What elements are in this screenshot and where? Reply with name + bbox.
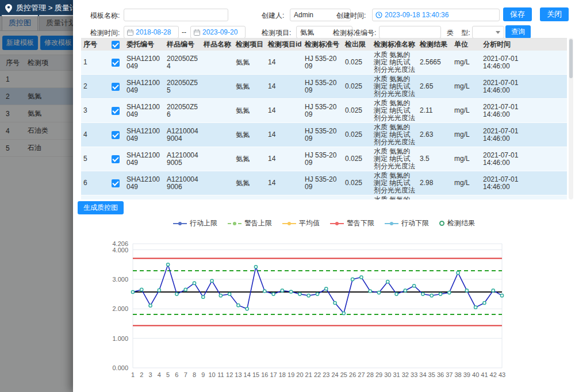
row-checkbox[interactable]: [112, 179, 120, 187]
legend-item[interactable]: 平均值: [282, 218, 320, 228]
legend-item[interactable]: 行动上限: [173, 218, 217, 228]
table-scrollbar[interactable]: [569, 38, 573, 199]
legend-label: 检测结果: [447, 218, 475, 228]
query-button[interactable]: 查询: [505, 25, 531, 39]
legend-item[interactable]: 警告上限: [228, 218, 272, 228]
modal-dim-overlay: [0, 16, 73, 392]
svg-text:17: 17: [270, 371, 277, 378]
cell-standard-name: 水质 氨氮的测定 纳氏试剂分光光度法: [371, 123, 417, 147]
svg-text:26: 26: [349, 371, 356, 378]
detect-time-to-input[interactable]: [202, 28, 242, 36]
header-checkbox-cell: [109, 39, 124, 51]
table-row: 3SHA12100049202050Z56氨氮14HJ 535-20090.02…: [81, 99, 567, 123]
header-no: 序号: [81, 39, 109, 51]
cell-unit: mg/L: [452, 171, 481, 195]
svg-text:21: 21: [305, 371, 312, 378]
cell-sample-no: A12100049006: [164, 171, 201, 195]
create-time-field[interactable]: [372, 9, 500, 21]
svg-text:36: 36: [437, 371, 444, 378]
svg-text:23: 23: [323, 371, 329, 378]
row-checkbox[interactable]: [112, 155, 120, 163]
cell-standard-name: 水质 氨氮的测定 纳氏试剂分光光度法: [371, 75, 417, 99]
cell-standard-no: HJ 535-2009: [302, 171, 343, 195]
cell-consign-no: SHA12100049: [124, 123, 164, 147]
svg-text:16: 16: [261, 371, 268, 378]
legend-item[interactable]: 行动下限: [385, 218, 429, 228]
cell-unit: [452, 195, 481, 200]
detect-time-from-field[interactable]: [124, 26, 179, 39]
cell-detect-item: 氨氮: [233, 75, 266, 99]
legend-marker-icon: [173, 223, 187, 224]
cell-consign-no: SHA12100049: [124, 51, 164, 75]
header-sample-no: 样品编号: [164, 39, 201, 51]
standard-no-input[interactable]: [379, 26, 441, 39]
cell-item-id: 14: [266, 195, 302, 200]
breadcrumb-root[interactable]: 质控管理: [16, 3, 46, 12]
template-name-input[interactable]: [124, 9, 228, 21]
generate-qc-chart-button[interactable]: 生成质控图: [78, 201, 124, 214]
row-checkbox[interactable]: [112, 59, 120, 67]
cell-no: 6: [81, 171, 109, 195]
cell-standard-name: 水质 氨氮的测定 纳氏试剂分光光度法: [371, 51, 417, 75]
svg-text:13: 13: [235, 371, 241, 378]
header-result: 检测结果: [417, 39, 452, 51]
row-checkbox[interactable]: [112, 83, 120, 91]
cell-analysis-time: 2021-07-01 14:46:00: [481, 123, 567, 147]
clock-icon: [375, 11, 382, 18]
results-table: 序号 委托编号 样品编号 样品名称 检测项目 检测项目id 检测标准号 检出限 …: [81, 39, 567, 199]
svg-text:4.000: 4.000: [112, 247, 128, 253]
legend-label: 行动下限: [401, 218, 429, 228]
table-header-row: 序号 委托编号 样品编号 样品名称 检测项目 检测项目id 检测标准号 检出限 …: [81, 39, 567, 51]
cell-consign-no: SHA12100049: [124, 171, 164, 195]
row-checkbox[interactable]: [112, 107, 120, 115]
svg-text:22: 22: [314, 371, 321, 378]
cell-standard-no: HJ 535-2009: [302, 123, 343, 147]
detect-item-label: 检测项目:: [262, 28, 291, 38]
type-select[interactable]: [472, 26, 504, 39]
select-all-checkbox[interactable]: [112, 41, 120, 49]
type-label: 类 型:: [447, 28, 470, 38]
cell-sample-no: A121000490: [164, 195, 201, 200]
cell-result: 2.5665: [417, 51, 452, 75]
cell-detection-limit: 0.025: [343, 123, 371, 147]
table-row: 1SHA12100049202050Z54氨氮14HJ 535-20090.02…: [81, 51, 567, 75]
cell-result: [417, 195, 452, 200]
svg-text:32: 32: [402, 371, 409, 378]
detect-time-to-field[interactable]: [190, 26, 246, 39]
svg-text:4.206: 4.206: [112, 240, 128, 247]
cell-item-id: 14: [266, 147, 302, 171]
create-time-input[interactable]: [385, 11, 496, 19]
cell-detect-item: 氨氮: [233, 195, 266, 200]
calendar-icon: [127, 29, 133, 36]
svg-text:3: 3: [149, 371, 152, 378]
close-button[interactable]: 关闭: [540, 7, 569, 21]
cell-standard-no: HJ 535-2009: [302, 75, 343, 99]
cell-result: 2.65: [417, 75, 452, 99]
cell-detection-limit: 0.025: [343, 171, 371, 195]
cell-unit: mg/L: [452, 51, 481, 75]
cell-item-id: 14: [266, 123, 302, 147]
legend-item[interactable]: 检测结果: [439, 218, 475, 228]
date-range-separator: --: [182, 28, 186, 36]
cell-analysis-time: 2021-07-01 14:46:00: [481, 147, 567, 171]
cell-unit: mg/L: [452, 99, 481, 123]
cell-standard-name: 水质 氨氮的测定 纳氏试剂分光光度法: [371, 147, 417, 171]
cell-item-id: 14: [266, 99, 302, 123]
save-button[interactable]: 保存: [503, 7, 532, 21]
svg-text:11: 11: [217, 371, 224, 378]
svg-text:12: 12: [226, 371, 233, 378]
cell-no: 5: [81, 147, 109, 171]
legend-item[interactable]: 警告下限: [330, 218, 374, 228]
legend-label: 行动上限: [190, 218, 217, 228]
header-item-id: 检测项目id: [266, 39, 302, 51]
table-row: 5SHA12100049A12100049005氨氮14HJ 535-20090…: [81, 147, 567, 171]
row-checkbox[interactable]: [112, 131, 120, 139]
cell-standard-no: HJ 535-2009: [302, 195, 343, 200]
cell-detection-limit: 0.025: [343, 75, 371, 99]
detect-time-from-input[interactable]: [136, 28, 175, 36]
cell-analysis-time: 2021-07-01 14:46:00: [481, 75, 567, 99]
svg-text:19: 19: [288, 371, 294, 378]
table-scrollbar-thumb[interactable]: [569, 39, 573, 78]
legend-label: 警告下限: [347, 218, 374, 228]
cell-item-id: 14: [266, 51, 302, 75]
